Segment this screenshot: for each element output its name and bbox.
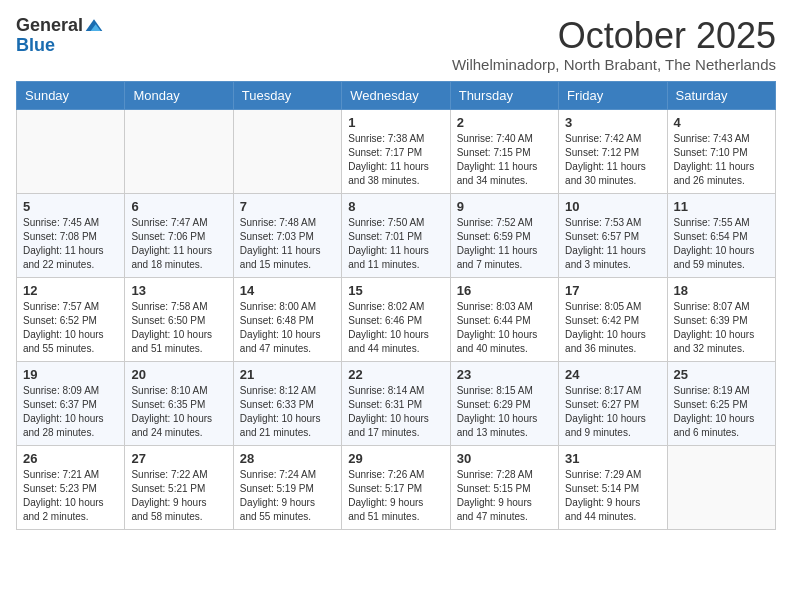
day-info: Sunrise: 7:48 AM Sunset: 7:03 PM Dayligh… [240, 216, 335, 272]
calendar-cell: 8Sunrise: 7:50 AM Sunset: 7:01 PM Daylig… [342, 193, 450, 277]
calendar-cell: 20Sunrise: 8:10 AM Sunset: 6:35 PM Dayli… [125, 361, 233, 445]
calendar-cell: 3Sunrise: 7:42 AM Sunset: 7:12 PM Daylig… [559, 109, 667, 193]
calendar-cell: 15Sunrise: 8:02 AM Sunset: 6:46 PM Dayli… [342, 277, 450, 361]
calendar-cell: 23Sunrise: 8:15 AM Sunset: 6:29 PM Dayli… [450, 361, 558, 445]
calendar-week-2: 12Sunrise: 7:57 AM Sunset: 6:52 PM Dayli… [17, 277, 776, 361]
day-number: 5 [23, 199, 118, 214]
day-number: 11 [674, 199, 769, 214]
day-info: Sunrise: 8:07 AM Sunset: 6:39 PM Dayligh… [674, 300, 769, 356]
day-number: 29 [348, 451, 443, 466]
calendar-week-1: 5Sunrise: 7:45 AM Sunset: 7:08 PM Daylig… [17, 193, 776, 277]
day-number: 19 [23, 367, 118, 382]
calendar-cell: 16Sunrise: 8:03 AM Sunset: 6:44 PM Dayli… [450, 277, 558, 361]
day-info: Sunrise: 7:24 AM Sunset: 5:19 PM Dayligh… [240, 468, 335, 524]
day-number: 14 [240, 283, 335, 298]
calendar-table: SundayMondayTuesdayWednesdayThursdayFrid… [16, 81, 776, 530]
calendar-cell: 21Sunrise: 8:12 AM Sunset: 6:33 PM Dayli… [233, 361, 341, 445]
calendar-week-3: 19Sunrise: 8:09 AM Sunset: 6:37 PM Dayli… [17, 361, 776, 445]
day-info: Sunrise: 7:52 AM Sunset: 6:59 PM Dayligh… [457, 216, 552, 272]
header-wednesday: Wednesday [342, 81, 450, 109]
calendar-cell: 6Sunrise: 7:47 AM Sunset: 7:06 PM Daylig… [125, 193, 233, 277]
day-number: 7 [240, 199, 335, 214]
day-number: 23 [457, 367, 552, 382]
day-number: 12 [23, 283, 118, 298]
day-info: Sunrise: 7:22 AM Sunset: 5:21 PM Dayligh… [131, 468, 226, 524]
day-info: Sunrise: 8:00 AM Sunset: 6:48 PM Dayligh… [240, 300, 335, 356]
header-friday: Friday [559, 81, 667, 109]
logo-icon [84, 16, 104, 36]
day-number: 4 [674, 115, 769, 130]
day-number: 27 [131, 451, 226, 466]
calendar-cell: 22Sunrise: 8:14 AM Sunset: 6:31 PM Dayli… [342, 361, 450, 445]
calendar-cell [667, 445, 775, 529]
day-info: Sunrise: 7:47 AM Sunset: 7:06 PM Dayligh… [131, 216, 226, 272]
calendar-cell [17, 109, 125, 193]
day-number: 3 [565, 115, 660, 130]
day-number: 10 [565, 199, 660, 214]
day-info: Sunrise: 8:17 AM Sunset: 6:27 PM Dayligh… [565, 384, 660, 440]
calendar-cell: 19Sunrise: 8:09 AM Sunset: 6:37 PM Dayli… [17, 361, 125, 445]
day-info: Sunrise: 7:45 AM Sunset: 7:08 PM Dayligh… [23, 216, 118, 272]
day-info: Sunrise: 7:50 AM Sunset: 7:01 PM Dayligh… [348, 216, 443, 272]
day-info: Sunrise: 7:42 AM Sunset: 7:12 PM Dayligh… [565, 132, 660, 188]
calendar-cell: 27Sunrise: 7:22 AM Sunset: 5:21 PM Dayli… [125, 445, 233, 529]
header-saturday: Saturday [667, 81, 775, 109]
calendar-cell: 30Sunrise: 7:28 AM Sunset: 5:15 PM Dayli… [450, 445, 558, 529]
day-number: 26 [23, 451, 118, 466]
calendar-week-0: 1Sunrise: 7:38 AM Sunset: 7:17 PM Daylig… [17, 109, 776, 193]
day-number: 9 [457, 199, 552, 214]
calendar-cell: 1Sunrise: 7:38 AM Sunset: 7:17 PM Daylig… [342, 109, 450, 193]
calendar-cell: 13Sunrise: 7:58 AM Sunset: 6:50 PM Dayli… [125, 277, 233, 361]
day-info: Sunrise: 7:26 AM Sunset: 5:17 PM Dayligh… [348, 468, 443, 524]
calendar-cell [233, 109, 341, 193]
day-number: 30 [457, 451, 552, 466]
calendar-cell: 24Sunrise: 8:17 AM Sunset: 6:27 PM Dayli… [559, 361, 667, 445]
calendar-header-row: SundayMondayTuesdayWednesdayThursdayFrid… [17, 81, 776, 109]
calendar-cell: 14Sunrise: 8:00 AM Sunset: 6:48 PM Dayli… [233, 277, 341, 361]
day-number: 6 [131, 199, 226, 214]
day-number: 17 [565, 283, 660, 298]
day-info: Sunrise: 8:14 AM Sunset: 6:31 PM Dayligh… [348, 384, 443, 440]
month-title: October 2025 [452, 16, 776, 56]
calendar-cell: 11Sunrise: 7:55 AM Sunset: 6:54 PM Dayli… [667, 193, 775, 277]
calendar-cell: 28Sunrise: 7:24 AM Sunset: 5:19 PM Dayli… [233, 445, 341, 529]
calendar-cell [125, 109, 233, 193]
day-info: Sunrise: 7:28 AM Sunset: 5:15 PM Dayligh… [457, 468, 552, 524]
day-number: 20 [131, 367, 226, 382]
day-number: 28 [240, 451, 335, 466]
day-info: Sunrise: 8:03 AM Sunset: 6:44 PM Dayligh… [457, 300, 552, 356]
title-section: October 2025 Wilhelminadorp, North Braba… [452, 16, 776, 73]
day-info: Sunrise: 7:38 AM Sunset: 7:17 PM Dayligh… [348, 132, 443, 188]
day-info: Sunrise: 7:57 AM Sunset: 6:52 PM Dayligh… [23, 300, 118, 356]
day-info: Sunrise: 7:53 AM Sunset: 6:57 PM Dayligh… [565, 216, 660, 272]
day-number: 16 [457, 283, 552, 298]
day-info: Sunrise: 8:12 AM Sunset: 6:33 PM Dayligh… [240, 384, 335, 440]
calendar-cell: 25Sunrise: 8:19 AM Sunset: 6:25 PM Dayli… [667, 361, 775, 445]
header-sunday: Sunday [17, 81, 125, 109]
day-info: Sunrise: 7:29 AM Sunset: 5:14 PM Dayligh… [565, 468, 660, 524]
header-monday: Monday [125, 81, 233, 109]
calendar-cell: 10Sunrise: 7:53 AM Sunset: 6:57 PM Dayli… [559, 193, 667, 277]
calendar-cell: 4Sunrise: 7:43 AM Sunset: 7:10 PM Daylig… [667, 109, 775, 193]
calendar-cell: 26Sunrise: 7:21 AM Sunset: 5:23 PM Dayli… [17, 445, 125, 529]
day-number: 18 [674, 283, 769, 298]
day-info: Sunrise: 8:02 AM Sunset: 6:46 PM Dayligh… [348, 300, 443, 356]
day-info: Sunrise: 8:19 AM Sunset: 6:25 PM Dayligh… [674, 384, 769, 440]
day-number: 15 [348, 283, 443, 298]
header-tuesday: Tuesday [233, 81, 341, 109]
logo: General Blue [16, 16, 104, 56]
calendar-week-4: 26Sunrise: 7:21 AM Sunset: 5:23 PM Dayli… [17, 445, 776, 529]
calendar-cell: 17Sunrise: 8:05 AM Sunset: 6:42 PM Dayli… [559, 277, 667, 361]
calendar-cell: 18Sunrise: 8:07 AM Sunset: 6:39 PM Dayli… [667, 277, 775, 361]
day-info: Sunrise: 8:05 AM Sunset: 6:42 PM Dayligh… [565, 300, 660, 356]
day-number: 22 [348, 367, 443, 382]
calendar-cell: 29Sunrise: 7:26 AM Sunset: 5:17 PM Dayli… [342, 445, 450, 529]
day-number: 24 [565, 367, 660, 382]
logo-blue-text: Blue [16, 36, 55, 56]
day-number: 25 [674, 367, 769, 382]
calendar-cell: 9Sunrise: 7:52 AM Sunset: 6:59 PM Daylig… [450, 193, 558, 277]
day-number: 8 [348, 199, 443, 214]
calendar-cell: 2Sunrise: 7:40 AM Sunset: 7:15 PM Daylig… [450, 109, 558, 193]
day-number: 21 [240, 367, 335, 382]
day-number: 2 [457, 115, 552, 130]
